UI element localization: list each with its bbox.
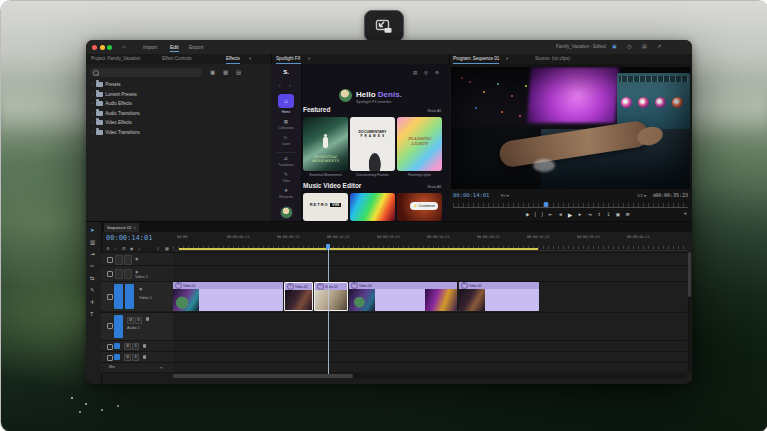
bin-row-lumetri[interactable]: ›Lumetri Presets [92, 90, 137, 99]
track-select-tool[interactable]: ▥ [90, 239, 95, 245]
program-video-preview[interactable] [451, 67, 690, 189]
program-scrubber[interactable] [453, 203, 688, 208]
source-patch-v1[interactable] [114, 284, 123, 309]
track-target-v2[interactable] [124, 269, 132, 279]
eye-icon[interactable]: ◉ [135, 269, 139, 274]
track-v1-lane[interactable]: fxVideo 01 fxVideo 02 fxVideo 03 fx [173, 282, 687, 311]
effects-search-input[interactable] [90, 68, 202, 77]
ripple-edit-tool[interactable]: ⇥ [90, 251, 95, 257]
nav-learn-label[interactable]: Learn [271, 142, 301, 146]
spotlight-menu-icon[interactable]: ▾ [308, 56, 310, 61]
timeline-menu-icon[interactable]: ≡ [157, 246, 159, 251]
timeline-timecode[interactable]: 00:00:14:01 [106, 234, 152, 242]
tab-import[interactable]: Import [143, 44, 157, 50]
close-button[interactable] [92, 45, 97, 50]
nav-collections-label[interactable]: Collections [271, 126, 301, 130]
track-a1-header[interactable]: M S Audio 1 [101, 313, 174, 340]
new-bin-icon[interactable]: ▣ [210, 69, 215, 75]
add-marker-icon[interactable]: ◆ [130, 246, 133, 251]
sequence-tab[interactable]: Sequence 01 × [104, 223, 139, 232]
learn-icon[interactable]: ▷ [271, 135, 301, 140]
bin-row-video-transitions[interactable]: ›Video Transitions [92, 128, 140, 137]
minimize-button[interactable] [100, 45, 105, 50]
featured-card-flashing-lights[interactable]: FLASHINGLIGHTS [397, 117, 442, 171]
nav-forward-icon[interactable]: › [289, 83, 291, 88]
add-marker-button[interactable]: ◆ [525, 212, 529, 217]
program-timecode[interactable]: 00:00:14:01 [453, 192, 489, 198]
solo-button[interactable]: S [132, 343, 139, 350]
bin-row-audio-transitions[interactable]: ›Audio Transitions [92, 109, 140, 118]
playback-resolution-dropdown[interactable]: 1/2 ▾ [637, 193, 646, 198]
snap-magnet-icon[interactable]: ∩ [114, 246, 117, 251]
tab-effect-controls[interactable]: Effect Controls [162, 56, 191, 61]
solo-button[interactable]: S [135, 317, 142, 324]
mute-button[interactable]: M [124, 343, 131, 350]
lock-icon[interactable] [107, 355, 113, 361]
track-v3-lane[interactable] [173, 253, 687, 265]
tab-project-panel[interactable]: Project: Family_Vacation [91, 56, 140, 61]
track-v2-header[interactable]: ◉ Video 2 [101, 266, 174, 281]
track-v2-lane[interactable] [173, 266, 687, 281]
mix-end-icon[interactable]: ⇥ [159, 365, 162, 370]
play-button[interactable]: ▶ [568, 212, 572, 218]
bin-row-audio-effects[interactable]: ›Audio Effects [92, 99, 132, 108]
eye-icon[interactable]: ◉ [135, 256, 139, 261]
step-back-button[interactable]: ◄ [558, 212, 563, 217]
track-v1-header[interactable]: ◉ Video 1 [101, 282, 174, 311]
source-patch-v2[interactable] [115, 269, 123, 279]
export-frame-button[interactable]: ▣ [616, 212, 620, 217]
extract-button[interactable]: ↧ [606, 212, 610, 217]
mic-icon[interactable] [146, 317, 149, 321]
track-a2-header[interactable]: M S [101, 341, 174, 351]
track-target-v3[interactable] [124, 255, 132, 265]
razor-tool[interactable]: ✂ [90, 263, 95, 269]
scrollbar-handle[interactable] [173, 374, 353, 378]
clip-video-03[interactable]: fxVideo 03 [314, 282, 348, 311]
expand-icon[interactable]: ↗ [657, 43, 661, 49]
screen-capture-button[interactable] [364, 10, 404, 42]
lock-icon[interactable] [107, 344, 113, 350]
customize-button[interactable]: ⚡Customize [410, 202, 438, 210]
mark-in-button[interactable]: { [534, 212, 536, 217]
lock-icon[interactable] [107, 323, 113, 329]
effects-menu-icon[interactable]: ▾ [249, 56, 251, 61]
featured-card-documentary-frames[interactable]: DOCUMENTARYF R A M E S [350, 117, 395, 171]
elements-icon[interactable]: ❖ [271, 188, 301, 193]
transitions-icon[interactable]: ⇄ [271, 156, 301, 161]
lock-icon[interactable] [107, 257, 113, 263]
type-tool[interactable]: T [90, 311, 93, 317]
pen-tool[interactable]: ✎ [90, 287, 95, 293]
timeline-ruler[interactable]: 00:00 00:00:04:23 00:00:09:23 00:00:14:2… [173, 234, 687, 251]
add-track-icon[interactable]: + [138, 246, 140, 251]
go-to-in-button[interactable]: ⇤ [549, 212, 553, 217]
bin-view-icon[interactable]: ▦ [223, 69, 228, 75]
tab-program-monitor[interactable]: Program: Sequence 01 [453, 56, 499, 64]
timeline-settings-icon[interactable]: ⚙ [106, 246, 110, 251]
mic-icon[interactable] [143, 355, 146, 359]
horizontal-scrollbar[interactable] [173, 374, 687, 378]
track-v3-header[interactable]: ◉ [101, 253, 174, 265]
mve-card-retro-vhs[interactable]: RETRO VHS [303, 193, 348, 221]
bin-list-icon[interactable]: ▤ [236, 69, 241, 75]
bin-row-presets[interactable]: ›Presets [92, 80, 121, 89]
mve-card-thermal[interactable] [350, 193, 395, 221]
scrollbar-handle[interactable] [688, 252, 691, 297]
user-avatar[interactable] [280, 206, 293, 219]
track-mix-lane[interactable] [173, 363, 687, 372]
workspace-icon[interactable]: ▣ [612, 43, 617, 49]
clip-video-04[interactable]: fxVideo 04 [349, 282, 457, 311]
mve-card-customize[interactable]: ⚡Customize [397, 193, 442, 221]
eye-icon[interactable]: ◉ [139, 286, 143, 291]
zoom-button[interactable] [107, 45, 112, 50]
slip-tool[interactable]: ⇆ [90, 275, 95, 281]
vertical-scrollbar[interactable] [688, 252, 691, 372]
solo-button[interactable]: S [132, 354, 139, 361]
zoom-level-dropdown[interactable]: Fit ▾ [501, 193, 509, 198]
tab-edit[interactable]: Edit [170, 44, 179, 52]
titles-icon[interactable]: ✎ [271, 172, 301, 177]
nav-titles-label[interactable]: Titles [271, 179, 301, 183]
lock-icon[interactable] [107, 271, 113, 277]
program-menu-icon[interactable]: ▾ [506, 56, 508, 61]
layout-icon[interactable]: ▤ [642, 43, 647, 49]
collections-icon[interactable]: ▦ [271, 119, 301, 124]
